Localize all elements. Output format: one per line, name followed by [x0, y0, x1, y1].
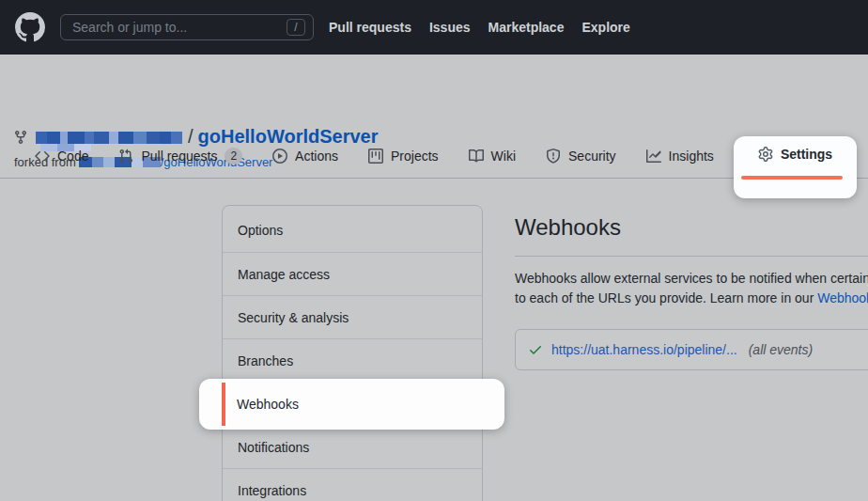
github-logo-icon[interactable]: [15, 12, 45, 42]
nav-issues[interactable]: Issues: [429, 20, 471, 35]
active-item-accent-bar: [222, 383, 225, 426]
global-nav: Pull requests Issues Marketplace Explore: [329, 20, 630, 35]
description-line-1: Webhooks allow external services to be n…: [515, 269, 868, 289]
graph-icon: [646, 149, 661, 164]
tab-actions[interactable]: Actions: [257, 134, 353, 178]
tab-label: Insights: [669, 149, 714, 164]
tab-security[interactable]: Security: [531, 134, 631, 178]
pull-requests-count-badge: 2: [225, 148, 242, 164]
description-line-2-text: to each of the URLs you provide. Learn m…: [515, 290, 817, 305]
tab-label: Settings: [781, 147, 832, 162]
webhooks-item-spotlight: Webhooks: [199, 379, 504, 430]
play-icon: [272, 149, 287, 164]
settings-tab-spotlight: Settings: [734, 136, 857, 198]
webhooks-guide-link[interactable]: Webhooks Guide: [817, 290, 868, 305]
sidebar-item-branches[interactable]: Branches: [223, 338, 482, 382]
tab-projects[interactable]: Projects: [353, 134, 454, 178]
github-settings-page: Search or jump to... / Pull requests Iss…: [0, 0, 868, 501]
nav-explore[interactable]: Explore: [581, 20, 629, 35]
sidebar-item-integrations[interactable]: Integrations: [223, 468, 482, 501]
tab-label: Security: [568, 149, 616, 164]
settings-sidebar: Options Manage access Security & analysi…: [222, 205, 483, 501]
top-header: Search or jump to... / Pull requests Iss…: [0, 0, 868, 55]
webhook-url-link[interactable]: https://uat.harness.io/pipeline/...: [551, 342, 737, 357]
tab-insights[interactable]: Insights: [631, 134, 729, 178]
nav-marketplace[interactable]: Marketplace: [488, 20, 565, 35]
sidebar-item-webhooks-active[interactable]: Webhooks: [237, 379, 299, 430]
shield-icon: [546, 149, 561, 164]
sidebar-item-options[interactable]: Options: [223, 209, 482, 252]
book-icon: [469, 149, 484, 164]
tab-wiki[interactable]: Wiki: [454, 134, 531, 178]
slash-shortcut-key: /: [287, 19, 305, 36]
tab-label: Code: [57, 149, 88, 164]
tab-label: Actions: [295, 149, 338, 164]
webhook-entry-row: https://uat.harness.io/pipeline/... (all…: [515, 329, 868, 370]
sidebar-item-manage-access[interactable]: Manage access: [223, 252, 482, 295]
check-icon: [528, 342, 543, 357]
description-line-2: to each of the URLs you provide. Learn m…: [515, 289, 868, 308]
tab-label: Projects: [391, 149, 439, 164]
title-divider: [515, 256, 868, 257]
code-icon: [35, 149, 50, 164]
tab-label: Pull requests: [141, 149, 217, 164]
webhook-events-label: (all events): [749, 342, 813, 357]
page-title: Webhooks: [515, 212, 868, 242]
search-placeholder: Search or jump to...: [72, 20, 287, 35]
webhooks-description: Webhooks allow external services to be n…: [515, 269, 868, 308]
active-tab-underline: [741, 176, 843, 180]
project-icon: [368, 149, 383, 164]
sidebar-item-notifications[interactable]: Notifications: [223, 425, 482, 468]
tab-code[interactable]: Code: [20, 134, 103, 178]
webhooks-panel: Webhooks Webhooks allow external service…: [515, 212, 868, 370]
pull-request-icon: [118, 149, 133, 164]
gear-icon: [758, 147, 773, 162]
tab-label: Wiki: [491, 149, 516, 164]
nav-pull-requests[interactable]: Pull requests: [329, 20, 411, 35]
tab-pull-requests[interactable]: Pull requests 2: [103, 134, 257, 178]
repo-header: / goHelloWorldServer forked from /goHell…: [0, 55, 868, 134]
search-input[interactable]: Search or jump to... /: [60, 14, 314, 40]
tab-settings[interactable]: Settings: [734, 147, 857, 162]
sidebar-item-security-analysis[interactable]: Security & analysis: [223, 295, 482, 338]
